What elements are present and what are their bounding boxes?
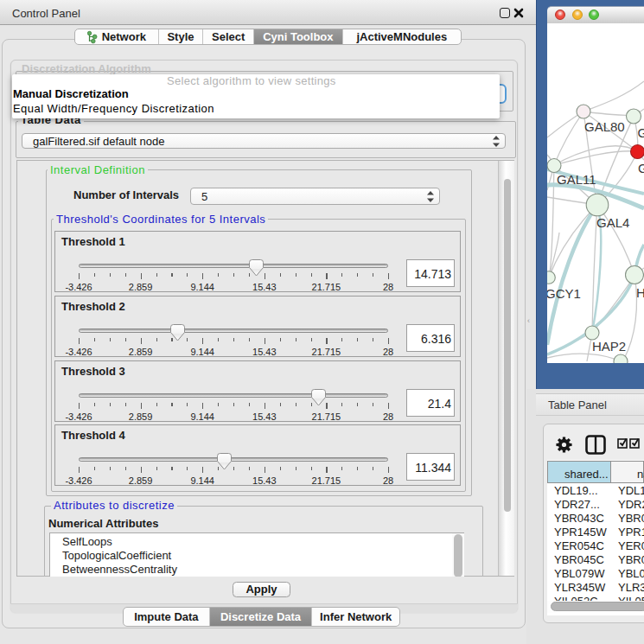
svg-text:GCY1: GCY1 <box>547 286 581 301</box>
svg-text:GAL11: GAL11 <box>557 172 596 187</box>
svg-text:GAL80: GAL80 <box>584 119 625 134</box>
svg-text:GAL3: GAL3 <box>638 125 644 140</box>
svg-text:HA: HA <box>636 285 644 300</box>
svg-text:GAL4: GAL4 <box>596 215 629 230</box>
svg-text:G: G <box>638 161 644 175</box>
svg-text:HAP2: HAP2 <box>592 339 626 354</box>
